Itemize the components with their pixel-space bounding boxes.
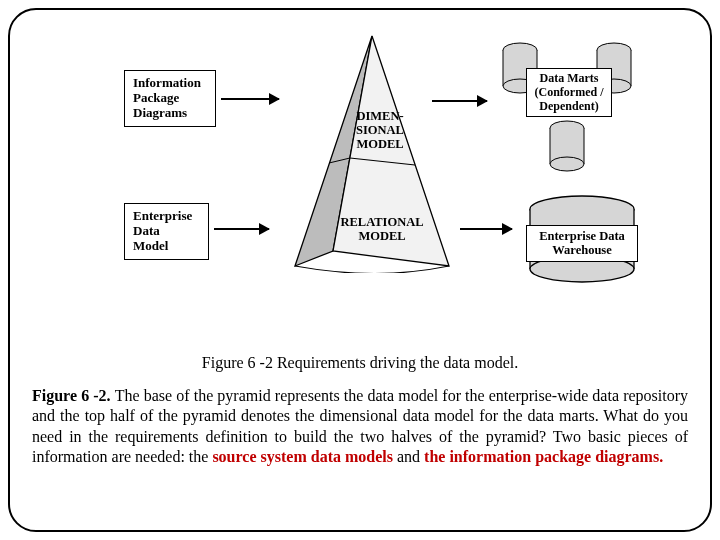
arrow-pyramid-to-marts bbox=[432, 100, 487, 102]
para-red-1: source system data models bbox=[212, 448, 393, 465]
label-relational-model: RELATIONALMODEL bbox=[332, 216, 432, 244]
edw-cylinder-group: Enterprise DataWarehouse bbox=[517, 193, 647, 303]
data-marts-cylinders: Data Marts(Conformed /Dependent) bbox=[490, 36, 650, 176]
box-enterprise-data-warehouse: Enterprise DataWarehouse bbox=[526, 225, 638, 262]
svg-point-18 bbox=[550, 157, 584, 171]
figure-caption: Figure 6 -2 Requirements driving the dat… bbox=[32, 354, 688, 372]
para-lead: Figure 6 -2. bbox=[32, 387, 115, 404]
para-red-2: the information package diagrams. bbox=[424, 448, 663, 465]
diagram-area: InformationPackageDiagrams EnterpriseDat… bbox=[32, 28, 688, 348]
box-information-package-diagrams: InformationPackageDiagrams bbox=[124, 70, 216, 127]
box-enterprise-data-model: EnterpriseDataModel bbox=[124, 203, 209, 260]
arrow-edm-to-pyramid bbox=[214, 228, 269, 230]
page-frame: InformationPackageDiagrams EnterpriseDat… bbox=[8, 8, 712, 532]
para-mid: and bbox=[393, 448, 424, 465]
label-dimensional-model: DIMEN-SIONALMODEL bbox=[348, 110, 412, 151]
box-data-marts: Data Marts(Conformed /Dependent) bbox=[526, 68, 612, 117]
arrow-pyramid-to-edw bbox=[460, 228, 512, 230]
arrow-ipd-to-pyramid bbox=[221, 98, 279, 100]
body-paragraph: Figure 6 -2. The base of the pyramid rep… bbox=[32, 386, 688, 468]
